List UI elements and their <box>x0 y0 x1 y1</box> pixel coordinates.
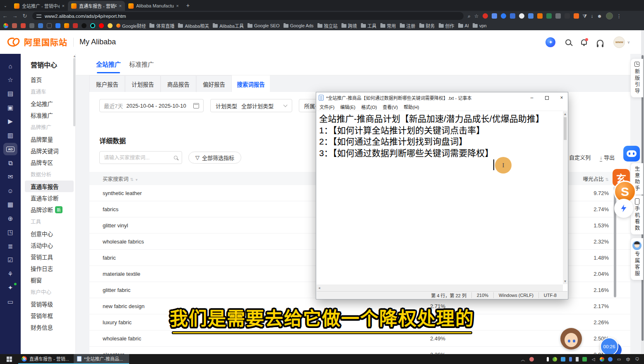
favicon[interactable] <box>90 23 95 28</box>
bookmark-folder[interactable]: Google Ads <box>284 23 314 28</box>
tab-search-caret-icon[interactable]: ⌄ <box>0 0 11 11</box>
zoom-icon[interactable]: ⌕ <box>468 13 471 19</box>
bookmark-folder[interactable]: 财务 <box>419 22 435 29</box>
notepad-titlebar[interactable]: *全站推广-推商品【如何通过数据判断哪些关键词需要降权】.txt - 记事本 –… <box>316 92 568 103</box>
close-button[interactable]: × <box>555 92 568 103</box>
menu-help[interactable]: 帮助(H) <box>404 104 419 110</box>
favicon[interactable] <box>82 23 87 28</box>
sort-icon[interactable]: ⇅ <box>130 177 134 182</box>
address-bar[interactable]: www2.alibaba.com/ads/p4p/report.htm <box>32 12 464 20</box>
filter-icon[interactable]: ▼ <box>135 178 138 182</box>
bookmark-folder[interactable]: 常用 <box>380 22 396 29</box>
scroll-up-icon[interactable]: ▲ <box>564 112 567 116</box>
tab-product-report[interactable]: 商品报告 <box>161 75 196 92</box>
back-icon[interactable]: ← <box>0 13 10 19</box>
notepad-horizontal-scrollbar[interactable]: ◂ <box>317 284 563 291</box>
timer-badge[interactable]: 00:26 <box>600 337 618 356</box>
bookmark-folder[interactable]: Alibaba工具 <box>213 22 244 29</box>
extension-icon[interactable] <box>565 13 570 19</box>
rail-security-icon[interactable]: ☑ <box>3 256 17 265</box>
browser-tab-1[interactable]: 全站推广 - 营销中心 × <box>11 1 68 11</box>
extensions-puzzle-icon[interactable]: ⧩ <box>583 13 587 19</box>
download-icon[interactable]: ↓ <box>591 13 593 19</box>
browser-tab-3[interactable]: Alibaba Manufacturer Direct × <box>125 1 182 11</box>
bookmark-folder[interactable]: Google SEO <box>248 23 280 28</box>
favicon[interactable] <box>29 23 34 28</box>
bookmark-folder[interactable]: 独立站 <box>317 22 338 29</box>
extension-icon[interactable] <box>537 13 543 19</box>
site-info-icon[interactable] <box>36 14 41 18</box>
buyer-search-box[interactable] <box>99 151 182 164</box>
tray-phone-icon[interactable] <box>569 357 572 362</box>
search-icon[interactable] <box>174 156 178 159</box>
profiles-icon[interactable]: ☻ <box>597 13 602 19</box>
tab-standard-promo[interactable]: 标准推广 <box>129 60 154 68</box>
favicon[interactable] <box>108 23 113 28</box>
tray-usb-icon[interactable] <box>576 357 579 362</box>
tab-close-icon[interactable]: × <box>62 3 65 8</box>
search-icon[interactable] <box>565 39 571 45</box>
maximize-button[interactable] <box>541 92 553 103</box>
forward-icon[interactable]: → <box>10 13 20 19</box>
bookmark-folder[interactable]: 注册 <box>400 22 416 29</box>
rail-marketing-ad-icon-active[interactable]: AD <box>3 143 17 155</box>
sidebar-item-operation-log[interactable]: 操作日志 <box>31 263 75 274</box>
tray-antivirus-icon[interactable] <box>529 357 534 362</box>
menu-edit[interactable]: 编辑(E) <box>340 104 356 110</box>
sidebar-item-marketing-level[interactable]: 营销等级 <box>31 298 75 310</box>
bookmark-folder[interactable]: vpn <box>473 23 487 28</box>
menu-view[interactable]: 查看(V) <box>383 104 398 110</box>
bookmark-folder[interactable]: AI <box>458 23 469 28</box>
sidebar-item-brand-juliang[interactable]: 品牌聚量 <box>31 133 75 145</box>
extension-icon[interactable] <box>546 13 552 19</box>
scroll-left-icon[interactable]: ◂ <box>318 286 320 290</box>
tray-volume-icon[interactable]: ◁ <box>591 357 596 362</box>
tray-mic-icon[interactable] <box>547 357 549 362</box>
sidebar-item-brand-diagnose[interactable]: 品牌诊断新 <box>31 204 75 215</box>
favicon[interactable] <box>12 23 17 28</box>
rail-diamond-icon[interactable]: ✦ <box>3 283 17 292</box>
sidebar-item-finance-info[interactable]: 财务信息 <box>31 321 75 333</box>
notification-center-icon[interactable]: 🗨︎ <box>634 357 640 362</box>
rail-customers-icon[interactable]: ☺ <box>3 186 17 195</box>
scrollbar-thumb[interactable] <box>564 117 567 140</box>
phone-data-tab[interactable]: 手机看数 <box>631 195 643 234</box>
member-gem-icon[interactable]: ✦ <box>545 37 555 47</box>
tray-microphone-icon[interactable]: ​ <box>538 357 543 362</box>
ime-indicator[interactable]: 中 <box>625 356 631 362</box>
rail-products-icon[interactable]: ▣ <box>3 103 17 112</box>
bookmark-star-icon[interactable]: ☆ <box>474 13 479 19</box>
table-row[interactable]: new fabric design2.71%2.17% <box>89 298 630 314</box>
favicon[interactable] <box>21 23 26 28</box>
reload-icon[interactable]: ↻ <box>20 13 30 19</box>
table-row[interactable]: wholesale fabric2.49%2.50% <box>89 330 630 347</box>
search-input[interactable] <box>104 155 174 161</box>
favicon[interactable] <box>47 23 52 28</box>
extension-icon[interactable] <box>528 13 533 19</box>
menu-file[interactable]: 文件(F) <box>320 104 334 110</box>
favicon[interactable] <box>73 23 78 28</box>
rail-data-icon[interactable]: ≣ <box>3 242 17 251</box>
sort-icon[interactable]: ⇅ <box>606 177 609 182</box>
plan-type-select[interactable]: 计划类型 全部计划类型 <box>210 99 292 112</box>
tab-account-report[interactable]: 账户报告 <box>89 75 125 92</box>
notepad-vertical-scrollbar[interactable]: ▲ ▼ <box>563 111 567 284</box>
tray-wechat-icon[interactable] <box>582 357 587 362</box>
rail-global-icon[interactable]: ⊕ <box>3 214 17 223</box>
sidebar-item-annual-frame[interactable]: 营销年框 <box>31 310 75 321</box>
tray-ball-icon[interactable] <box>553 357 557 362</box>
bookmark-folder[interactable]: Alibaba相关 <box>178 22 209 29</box>
helper-avatar[interactable] <box>560 328 582 350</box>
notifications-bell-icon[interactable] <box>581 39 587 45</box>
rail-video-icon[interactable]: ▶ <box>3 117 17 126</box>
tab-searchword-report-active[interactable]: 搜索词报告 <box>232 75 270 92</box>
rail-bag-icon[interactable]: ◳ <box>3 228 17 237</box>
rail-ticket-icon[interactable]: ⧉ <box>3 159 17 168</box>
tab-close-icon[interactable]: × <box>176 3 179 8</box>
rail-messages-icon[interactable]: ✉ <box>3 172 17 181</box>
extension-icon[interactable] <box>501 13 506 19</box>
bookmark-google-finance[interactable]: Google财经 <box>116 22 146 29</box>
extension-icon[interactable] <box>574 13 579 19</box>
date-range-picker[interactable]: 最近7天 2025-10-04 - 2025-10-10 <box>99 99 204 112</box>
sidebar-item-brand-keywords[interactable]: 品牌关键词 <box>31 145 75 157</box>
